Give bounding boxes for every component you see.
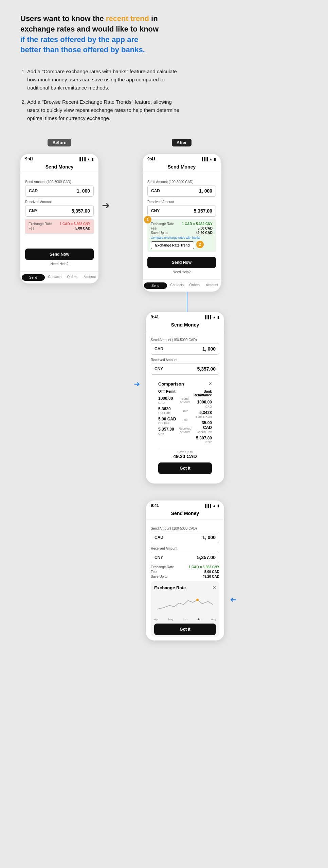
svg-point-0 <box>196 599 199 601</box>
send-input-before[interactable]: CAD 1, 000 <box>25 185 94 197</box>
modal-title: Comparison <box>158 381 184 387</box>
exchange-rate-value-after: 1 CAD = 5.362 CNY <box>182 222 213 226</box>
wifi-icon-after: ▲ <box>209 157 213 161</box>
nav-contacts-after[interactable]: Contacts <box>168 282 186 289</box>
screen-body-er: Send Amount (100-5000 CAD) CAD 1, 000 Re… <box>146 520 224 640</box>
received-input-comp[interactable]: CNY 5,357.00 <box>151 363 219 375</box>
time-after: 9:41 <box>147 157 156 161</box>
feature-item-2: Add a "Browse Recent Exchange Rate Trend… <box>27 98 183 122</box>
screen-title-comp: Send Money <box>146 321 224 331</box>
bank-rate: 5.3428 <box>193 410 212 415</box>
modal-close-btn[interactable]: × <box>209 381 212 387</box>
before-column: Before 9:41 ▐▐▐ ▲ ▮ Send Money Send Amou… <box>20 139 98 283</box>
save-label: Save Up to <box>158 450 212 454</box>
received-label-er: Received Amount <box>151 547 219 550</box>
month-may: May <box>168 618 173 621</box>
center-labels: Send Amount Rate Fee Received Amount <box>178 390 192 446</box>
got-it-button-comp[interactable]: Got It <box>158 462 212 474</box>
before-phone: 9:41 ▐▐▐ ▲ ▮ Send Money Send Amount (100… <box>20 154 98 283</box>
received-currency-er: CNY <box>154 555 163 560</box>
screen-body-before: Send Amount (100-5000 CAD) CAD 1, 000 Re… <box>20 173 98 271</box>
send-input-er[interactable]: CAD 1, 000 <box>151 532 219 543</box>
compare-link-after[interactable]: Compare exchange rates with banks <box>151 236 213 239</box>
ott-received-sub: CNY <box>158 432 177 435</box>
after-phone: 9:41 ▐▐▐ ▲ ▮ Send Money Send Amount (100… <box>143 154 221 292</box>
nav-orders-before[interactable]: Orders <box>63 274 81 281</box>
exchange-rate-trend-btn[interactable]: Exchange Rate Trend <box>151 241 194 249</box>
signal-icon-after: ▐▐▐ <box>201 157 208 161</box>
center-fee-label: Fee <box>178 418 192 421</box>
er-save-label: Save Up to <box>151 575 167 578</box>
screen-body-after: Send Amount (100-5000 CAD) CAD 1, 000 Re… <box>143 173 221 279</box>
received-input-after[interactable]: CNY 5,357.00 <box>147 205 216 217</box>
time-er: 9:41 <box>151 503 159 508</box>
center-send-label: Send Amount <box>178 397 192 404</box>
screen-body-comp: Send Amount (100-5000 CAD) CAD 1, 000 Re… <box>146 331 224 484</box>
comparison-phone-wrapper: ➜ 9:41 ▐▐▐ ▲ ▮ Send Money Send Amount (1… <box>146 312 224 484</box>
after-label: After <box>172 139 192 146</box>
status-icons-after: ▐▐▐ ▲ ▮ <box>201 157 216 161</box>
status-icons-before: ▐▐▐ ▲ ▮ <box>78 157 94 161</box>
exchange-rate-value-before: 1 CAD = 5.362 CNY <box>60 222 90 226</box>
send-button-before[interactable]: Send Now <box>25 249 94 260</box>
time-before: 9:41 <box>25 157 33 161</box>
nav-send-after[interactable]: Send <box>144 282 167 289</box>
bank-received: 5,307.80 <box>193 436 212 440</box>
nav-contacts-before[interactable]: Contacts <box>46 274 64 281</box>
signal-icon-comp: ▐▐▐ <box>204 315 211 319</box>
save-up-value-after: 49.20 CAD <box>196 231 213 235</box>
nav-orders-after[interactable]: Orders <box>186 282 203 289</box>
fee-label-before: Fee <box>29 226 34 230</box>
send-amount-comp: 1, 000 <box>202 346 216 352</box>
er-rate-label: Exchange Rate <box>151 565 174 569</box>
month-jun: Jun <box>183 618 187 621</box>
send-currency-before: CAD <box>29 189 38 193</box>
battery-icon-after: ▮ <box>214 157 216 161</box>
ott-rate: 5.3620 <box>158 407 177 411</box>
nav-account-before[interactable]: Account <box>81 274 99 281</box>
before-label: Before <box>48 139 71 146</box>
received-input-er[interactable]: CNY 5,357.00 <box>151 552 219 563</box>
need-help-before: Need Help? <box>25 262 94 268</box>
nav-send-before[interactable]: Send <box>22 274 45 281</box>
battery-icon-comp: ▮ <box>217 315 219 319</box>
month-aug: Aug <box>211 618 216 621</box>
received-label-comp: Received Amount <box>151 358 219 362</box>
bank-send-sub: CAD <box>193 405 212 408</box>
send-amount-label-after: Send Amount (100-5000 CAD) <box>147 180 216 184</box>
nav-account-after[interactable]: Account <box>203 282 221 289</box>
time-comp: 9:41 <box>151 315 159 319</box>
bank-column: Bank Remittance 1000.00 CAD 5.3428 Bank'… <box>193 390 212 446</box>
status-icons-comp: ▐▐▐ ▲ ▮ <box>204 315 219 319</box>
send-input-after[interactable]: CAD 1, 000 <box>147 185 216 197</box>
ott-fee: 5.00 CAD <box>158 417 177 421</box>
need-help-after: Need Help? <box>147 270 216 276</box>
ott-title: OTT Remit <box>158 390 177 393</box>
screen-title-after: Send Money <box>143 163 221 173</box>
received-input-before[interactable]: CNY 5,357.00 <box>25 205 94 217</box>
send-currency-after: CAD <box>151 189 160 193</box>
chart-close-btn[interactable]: × <box>213 585 216 591</box>
save-value: 49.20 CAD <box>158 454 212 459</box>
send-amount-er: 1, 000 <box>202 535 216 540</box>
received-amount-er: 5,357.00 <box>197 555 216 560</box>
feature-item-1: Add a "Compare exchange rates with banks… <box>27 67 183 92</box>
send-input-comp[interactable]: CAD 1, 000 <box>151 343 219 355</box>
ott-received: 5,357.00 <box>158 427 177 432</box>
after-column: After 9:41 ▐▐▐ ▲ ▮ Send Money Send Amoun… <box>143 139 221 292</box>
exchange-rate-chart <box>154 593 216 616</box>
main-heading: Users want to know the recent trend inex… <box>20 14 190 55</box>
header-section: Users want to know the recent trend inex… <box>20 14 190 55</box>
send-button-after[interactable]: Send Now <box>147 257 216 268</box>
ott-send: 1000.00 <box>158 396 177 401</box>
er-save-value: 49.20 CAD <box>203 575 219 578</box>
arrow-exchange: ➜ <box>230 595 236 604</box>
got-it-button-er[interactable]: Got It <box>154 624 216 635</box>
wifi-icon: ▲ <box>87 157 90 161</box>
signal-icon-er: ▐▐▐ <box>204 504 211 508</box>
heading-highlight-blue: if the rates offered by the app arebette… <box>20 35 145 54</box>
bank-rate-sub: Bank's Rate <box>193 415 212 418</box>
send-amount-before: 1, 000 <box>77 188 90 194</box>
status-bar-after: 9:41 ▐▐▐ ▲ ▮ <box>143 154 221 163</box>
center-rate-label: Rate <box>178 409 192 413</box>
